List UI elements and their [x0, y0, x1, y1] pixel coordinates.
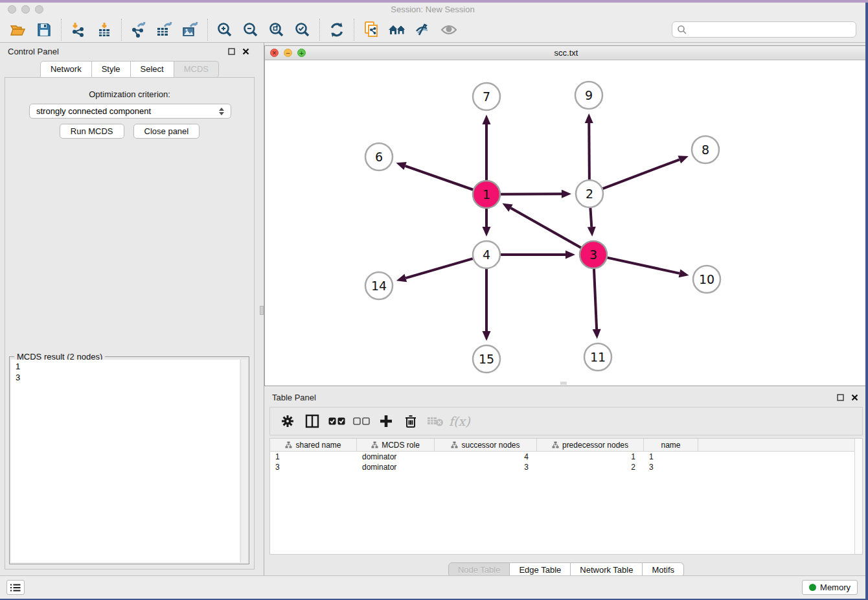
export-image-button[interactable] [177, 19, 203, 40]
mcds-result-list[interactable]: 13 [11, 360, 240, 562]
graph-node[interactable]: 3 [580, 241, 607, 268]
show-hidden-button[interactable] [436, 19, 462, 40]
tab-network[interactable]: Network [40, 61, 92, 78]
control-panel-float-button[interactable] [225, 46, 237, 56]
table-cell[interactable]: dominator [357, 462, 435, 472]
task-history-button[interactable] [6, 580, 25, 595]
splitter-grip-icon[interactable] [260, 306, 264, 315]
gear-icon [280, 414, 295, 428]
deselect-all-columns-button[interactable] [350, 411, 372, 432]
table-panel: Table Panel [264, 389, 868, 579]
column-chooser-button[interactable] [301, 411, 323, 432]
graph-edge[interactable] [396, 259, 473, 282]
graph-node[interactable]: 4 [473, 241, 500, 268]
graph-node[interactable]: 6 [365, 143, 393, 170]
column-header[interactable]: MCDS role [357, 439, 435, 451]
export-table-button[interactable] [152, 19, 177, 40]
zoom-out-button[interactable] [238, 19, 264, 40]
main-area: Control Panel NetworkStyleSelectMCDS Opt… [0, 43, 865, 575]
import-network-button[interactable] [65, 19, 91, 40]
create-column-button[interactable] [375, 411, 397, 432]
network-window-titlebar: ✕ − + scc.txt [265, 46, 867, 60]
column-header[interactable]: successor nodes [435, 439, 537, 451]
hide-graphics-details-button[interactable] [410, 19, 436, 40]
node-label: 6 [375, 150, 383, 164]
graph-edge[interactable] [603, 156, 689, 189]
graph-edge[interactable] [396, 162, 473, 190]
graph-node[interactable]: 1 [473, 181, 500, 208]
table-cell[interactable]: 3 [644, 462, 698, 472]
table-cell[interactable]: 3 [270, 462, 357, 472]
open-session-button[interactable] [5, 19, 31, 40]
table-panel-float-button[interactable] [834, 392, 846, 402]
list-item[interactable]: 1 [16, 361, 235, 372]
table-settings-button[interactable] [277, 411, 299, 432]
criterion-select[interactable]: strongly connected component [29, 104, 231, 119]
table-cell[interactable]: 3 [435, 462, 537, 472]
graph-edge[interactable] [502, 203, 580, 248]
graph-edge[interactable] [483, 115, 491, 180]
canvas-resize-grip[interactable] [560, 382, 567, 385]
result-scrollbar[interactable] [240, 360, 247, 562]
graph-node[interactable]: 11 [584, 343, 611, 371]
close-panel-button[interactable]: Close panel [133, 124, 200, 139]
table-row[interactable]: 3dominator323 [270, 462, 862, 472]
graph-edge[interactable] [483, 209, 491, 237]
tab-mcds[interactable]: MCDS [174, 61, 219, 78]
apply-preferred-layout-button[interactable] [324, 19, 350, 40]
table-cell[interactable]: dominator [357, 452, 435, 462]
table-scrollbar[interactable] [854, 439, 862, 554]
mcds-result-box: MCDS result (2 nodes) 13 [9, 356, 249, 564]
memory-status-button[interactable]: Memory [802, 580, 858, 595]
graph-edge[interactable] [501, 251, 575, 259]
run-mcds-button[interactable]: Run MCDS [60, 124, 124, 139]
list-item[interactable]: 3 [16, 372, 235, 383]
export-network-button[interactable] [126, 19, 152, 40]
graph-edge[interactable] [588, 208, 596, 237]
control-panel-close-button[interactable] [240, 46, 251, 56]
column-header[interactable]: shared name [270, 439, 357, 451]
table-cell[interactable]: 2 [537, 462, 644, 472]
control-panel-tabs: NetworkStyleSelectMCDS [0, 61, 259, 78]
graph-node[interactable]: 2 [576, 180, 603, 207]
graph-node[interactable]: 14 [365, 272, 393, 299]
control-panel: Control Panel NetworkStyleSelectMCDS Opt… [0, 43, 259, 575]
graph-node[interactable]: 9 [575, 82, 602, 109]
column-header[interactable]: name [644, 439, 698, 451]
save-session-button[interactable] [31, 19, 57, 40]
panel-splitter[interactable] [259, 43, 264, 575]
table-cell[interactable]: 1 [537, 452, 644, 462]
graph-edge[interactable] [593, 269, 601, 339]
table-cell[interactable]: 4 [435, 452, 537, 462]
graph-node[interactable]: 10 [693, 266, 720, 293]
tab-select[interactable]: Select [131, 61, 174, 78]
graph-node[interactable]: 8 [692, 136, 719, 163]
table-cell[interactable]: 1 [270, 452, 357, 462]
search-input[interactable] [687, 25, 851, 34]
graph-edge[interactable] [501, 190, 571, 198]
table-cell[interactable]: 1 [644, 452, 698, 462]
table-panel-close-button[interactable] [849, 392, 860, 402]
network-window-title: scc.txt [265, 48, 867, 58]
column-header[interactable]: predecessor nodes [537, 439, 644, 451]
graph-node[interactable]: 7 [473, 83, 500, 110]
network-canvas[interactable]: 7968124314101511 [265, 60, 867, 386]
select-all-columns-button[interactable] [326, 411, 348, 432]
graph-edge[interactable] [585, 113, 593, 179]
clone-network-button[interactable] [358, 19, 384, 40]
tab-style[interactable]: Style [92, 61, 131, 78]
table-row[interactable]: 1dominator411 [270, 452, 862, 462]
zoom-selected-button[interactable] [290, 19, 315, 40]
zoom-in-button[interactable] [212, 19, 238, 40]
graph-node[interactable]: 15 [473, 345, 500, 373]
plus-icon [379, 414, 393, 428]
home-button[interactable] [384, 19, 410, 40]
import-table-button[interactable] [91, 19, 117, 40]
graph-edge[interactable] [483, 269, 491, 341]
node-label: 14 [371, 279, 387, 293]
zoom-fit-button[interactable] [264, 19, 290, 40]
column-header-label: successor nodes [461, 441, 520, 450]
delete-column-button[interactable] [400, 411, 422, 432]
graph-edge[interactable] [607, 258, 689, 278]
search-icon [677, 25, 687, 35]
